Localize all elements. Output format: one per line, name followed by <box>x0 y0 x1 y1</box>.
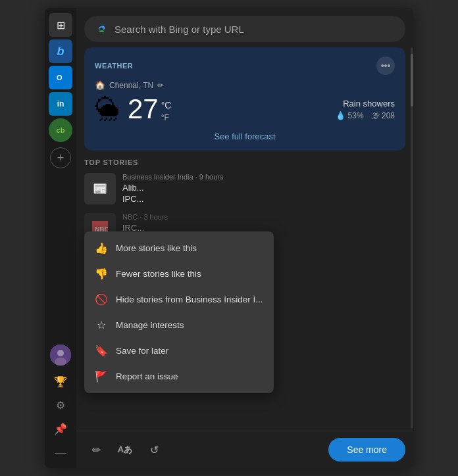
rain-stat: 💧 53% <box>336 111 363 120</box>
weather-label: WEATHER <box>95 62 133 70</box>
report-issue-item[interactable]: 🚩 Report an issue <box>84 364 274 389</box>
svg-point-5 <box>99 30 104 32</box>
svg-text:O: O <box>57 74 63 82</box>
sidebar-add-button[interactable]: + <box>50 147 71 168</box>
scroll-thumb <box>411 54 413 107</box>
temperature: 27 <box>128 95 159 123</box>
location-text: Chennai, TN <box>109 81 153 90</box>
aqi-stat: 🌫 208 <box>372 111 395 120</box>
pin-icon[interactable]: 📌 <box>50 418 71 439</box>
sidebar-grid-icon[interactable]: ⊞ <box>49 13 72 37</box>
trophy-icon[interactable]: 🏆 <box>50 371 71 392</box>
settings-icon[interactable]: ⚙ <box>50 394 71 416</box>
bottom-bar: ✏ Aあ ↺ See more <box>76 431 413 468</box>
search-placeholder: Search with Bing or type URL <box>114 24 244 35</box>
story-thumbnail: 📰 <box>84 173 116 204</box>
flag-icon: 🚩 <box>95 370 108 383</box>
star-icon: ☆ <box>95 319 108 331</box>
celsius-label: °C <box>161 99 172 112</box>
manage-interests-label: Manage interests <box>116 320 184 330</box>
more-stories-label: More stories like this <box>116 243 197 253</box>
manage-interests-item[interactable]: ☆ Manage interests <box>84 312 274 338</box>
avatar[interactable] <box>50 345 71 366</box>
story-meta: Business Insider India · 9 hours <box>122 173 223 181</box>
scroll-indicator <box>411 47 413 429</box>
story-item[interactable]: 📰 Business Insider India · 9 hours Alib.… <box>84 173 405 205</box>
svg-point-4 <box>55 358 66 366</box>
report-issue-label: Report an issue <box>116 371 178 381</box>
search-bar[interactable]: Search with Bing or type URL <box>84 16 405 42</box>
more-stories-item[interactable]: 👍 More stories like this <box>84 235 274 261</box>
browser-window: ⊞ b O in cb + 🏆 ⚙ 📌 — <box>45 8 413 468</box>
top-stories-label: TOP STORIES <box>84 158 405 166</box>
weather-location: 🏠 Chennai, TN ✏ <box>95 80 395 90</box>
weather-widget: WEATHER ••• 🏠 Chennai, TN ✏ 🌦 27 °C °F <box>84 47 405 151</box>
refresh-button[interactable]: ↺ <box>142 438 166 462</box>
hide-stories-item[interactable]: 🚫 Hide stories from Business Insider I..… <box>84 287 274 312</box>
see-forecast-link[interactable]: See full forecast <box>95 131 395 141</box>
sidebar: ⊞ b O in cb + 🏆 ⚙ 📌 — <box>45 8 76 468</box>
sidebar-bing-icon[interactable]: b <box>49 39 72 63</box>
edge-logo <box>95 22 108 36</box>
svg-point-3 <box>57 350 64 356</box>
sidebar-outlook-icon[interactable]: O <box>49 66 72 89</box>
story-meta: NBC · 3 hours <box>122 213 168 221</box>
story-title: Alib...IPC... <box>122 183 223 205</box>
thumbs-down-icon: 👎 <box>95 268 108 280</box>
see-more-button[interactable]: See more <box>328 438 405 462</box>
edit-location-icon[interactable]: ✏ <box>157 81 164 90</box>
main-content: Search with Bing or type URL WEATHER •••… <box>76 8 413 468</box>
weather-icon: 🌦 <box>95 95 120 124</box>
weather-more-button[interactable]: ••• <box>376 57 395 75</box>
sidebar-linkedin-icon[interactable]: in <box>49 92 72 116</box>
fahrenheit-label: °F <box>161 112 172 124</box>
fewer-stories-label: Fewer stories like this <box>116 269 201 279</box>
context-menu: 👍 More stories like this 👎 Fewer stories… <box>84 231 274 393</box>
edit-button[interactable]: ✏ <box>84 438 108 462</box>
sidebar-crunchbase-icon[interactable]: cb <box>49 118 72 142</box>
thumbs-up-icon: 👍 <box>95 242 108 254</box>
story-content: Business Insider India · 9 hours Alib...… <box>122 173 223 205</box>
hide-stories-label: Hide stories from Business Insider I... <box>116 295 263 304</box>
translate-button[interactable]: Aあ <box>113 438 137 462</box>
minus-icon[interactable]: — <box>50 442 71 463</box>
save-later-label: Save for later <box>116 346 168 356</box>
hide-icon: 🚫 <box>95 293 108 306</box>
weather-details: Rain showers 💧 53% 🌫 208 <box>336 99 395 120</box>
save-later-item[interactable]: 🔖 Save for later <box>84 338 274 364</box>
fewer-stories-item[interactable]: 👎 Fewer stories like this <box>84 261 274 287</box>
bookmark-icon: 🔖 <box>95 345 108 357</box>
weather-condition: Rain showers <box>336 99 395 108</box>
